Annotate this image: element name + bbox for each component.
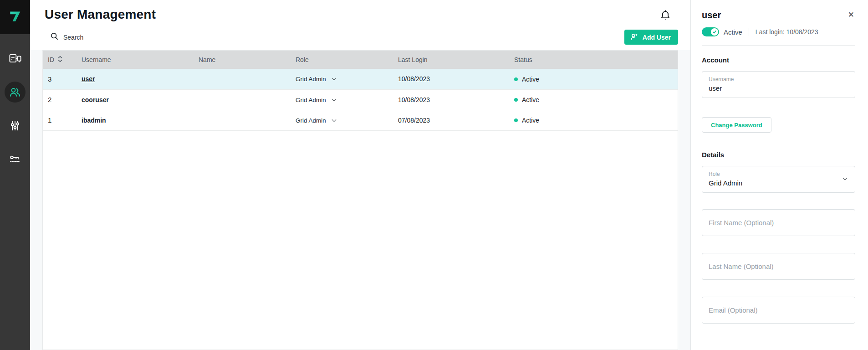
username-link[interactable]: cooruser [82,96,109,103]
column-header-role[interactable]: Role [296,51,398,69]
column-header-status[interactable]: Status [514,51,678,69]
person-add-icon [630,32,638,42]
account-heading: Account [702,56,855,64]
devices-icon [5,48,26,69]
chevron-down-icon [332,117,336,122]
chevron-down-icon [332,97,336,101]
column-header-id[interactable]: ID [43,51,82,69]
users-table: ID Username Name Role Last Logi [43,51,678,131]
sidebar-item-api-keys[interactable] [0,143,30,176]
key-icon [5,149,26,170]
status-dot [514,77,518,81]
role-select-value: Grid Admin [709,179,848,187]
cell-last-login: 10/08/2023 [398,89,514,110]
sidebar-item-settings[interactable] [0,109,30,143]
cell-name [199,69,296,89]
active-toggle[interactable] [702,27,719,36]
add-user-label: Add User [643,34,671,41]
sidebar-item-users[interactable] [0,75,30,109]
cell-id: 2 [43,89,82,110]
content-area: ID Username Name Role Last Logi [30,50,690,350]
status-badge: Active [514,117,539,124]
user-detail-panel: user ✕ Active Last login: 10/08/2023 Acc… [690,0,868,350]
cell-name [199,110,296,130]
username-field-label: Username [709,76,848,82]
details-heading: Details [702,151,855,159]
first-name-field[interactable] [702,209,855,236]
close-icon[interactable]: ✕ [847,10,855,20]
search-input[interactable] [63,34,200,41]
column-header-name[interactable]: Name [199,51,296,69]
status-row: Active Last login: 10/08/2023 [702,27,855,36]
status-badge: Active [514,76,539,83]
last-name-field[interactable] [702,253,855,280]
page-title: User Management [45,7,156,22]
main-area: User Management [30,0,690,350]
column-header-username[interactable]: Username [82,51,199,69]
cell-id: 1 [43,110,82,130]
role-dropdown[interactable]: Grid Admin [296,117,336,124]
app-logo [0,0,30,34]
sidebar-nav [0,34,30,176]
divider [702,45,855,46]
username-link[interactable]: ibadmin [82,117,106,124]
cell-name [199,89,296,110]
chevron-down-icon [332,76,336,81]
cell-id: 3 [43,69,82,89]
table-header-row: ID Username Name Role Last Logi [43,51,678,69]
role-dropdown[interactable]: Grid Admin [296,76,336,82]
table-row[interactable]: 2 cooruser Grid Admin 10/08/2023 Active [43,89,678,110]
username-field[interactable]: Username user [702,71,855,98]
cell-last-login: 07/08/2023 [398,110,514,130]
users-table-card: ID Username Name Role Last Logi [42,50,678,350]
users-icon [5,82,26,103]
role-select[interactable]: Role Grid Admin [702,166,855,193]
panel-title: user [702,10,721,21]
active-label: Active [724,28,742,36]
sort-icon[interactable] [58,56,62,64]
column-header-last-login[interactable]: Last Login [398,51,514,69]
sliders-icon [5,115,26,136]
divider [749,28,749,36]
table-row[interactable]: 1 ibadmin Grid Admin 07/08/2023 Active [43,110,678,130]
cell-last-login: 10/08/2023 [398,69,514,89]
username-link[interactable]: user [82,75,95,82]
notifications-bell-icon[interactable] [658,8,673,24]
last-login-text: Last login: 10/08/2023 [756,28,818,36]
main-header: User Management [30,0,690,50]
status-badge: Active [514,96,539,103]
table-row[interactable]: 3 user Grid Admin 10/08/2023 Active [43,69,678,89]
role-select-label: Role [709,171,848,177]
add-user-button[interactable]: Add User [624,30,678,45]
search-bar [50,32,200,42]
change-password-button[interactable]: Change Password [702,117,771,133]
search-icon [50,32,59,42]
toolbar: Add User [30,28,690,46]
email-field[interactable] [702,297,855,324]
brand-arrow-icon [7,9,23,26]
status-dot [514,98,518,102]
status-dot [514,118,518,122]
toggle-check-icon [711,28,718,36]
sidebar [0,0,30,350]
username-field-value: user [709,84,848,92]
sidebar-item-devices[interactable] [0,41,30,75]
role-dropdown[interactable]: Grid Admin [296,97,336,103]
